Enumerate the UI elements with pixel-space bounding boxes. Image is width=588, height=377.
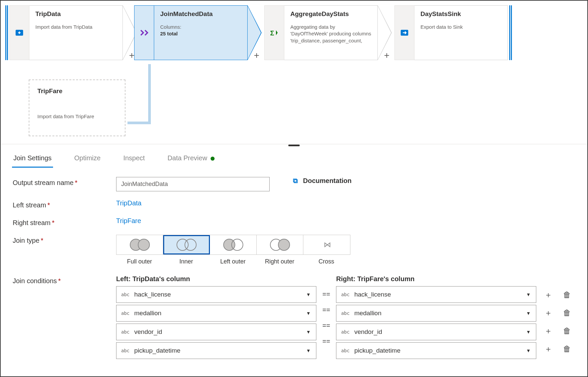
column-name: pickup_datetime xyxy=(134,347,301,354)
settings-tabs: Join Settings Optimize Inspect Data Prev… xyxy=(1,146,587,168)
left-condition-select[interactable]: abc pickup_datetime ▼ xyxy=(116,342,316,359)
chevron-down-icon[interactable]: ▼ xyxy=(301,292,316,297)
delete-condition-button[interactable]: 🗑 xyxy=(561,290,573,300)
node-joinmatcheddata[interactable]: JoinMatchedData Columns: 25 total + xyxy=(134,5,262,60)
right-stream-value[interactable]: TripFare xyxy=(116,217,141,225)
source-icon xyxy=(9,5,29,60)
left-column-header: Left: TripData's column xyxy=(116,275,316,283)
delete-condition-button[interactable]: 🗑 xyxy=(561,308,573,318)
right-condition-select[interactable]: abc hack_license ▼ xyxy=(336,286,536,303)
equals-operator: == xyxy=(322,306,330,314)
equals-column: ======== xyxy=(322,275,330,345)
right-conditions-column: Right: TripFare's column abc hack_licens… xyxy=(336,275,536,361)
tab-optimize[interactable]: Optimize xyxy=(73,151,102,168)
equals-operator: == xyxy=(322,291,330,298)
node-handle[interactable] xyxy=(5,5,8,60)
documentation-link[interactable]: ⧉ Documentation xyxy=(293,177,352,185)
connector xyxy=(148,64,151,97)
doc-link-label: Documentation xyxy=(303,177,352,185)
tab-label: Data Preview xyxy=(168,154,207,162)
connector xyxy=(148,94,151,124)
join-type-label: Join type* xyxy=(13,235,116,244)
node-handle[interactable] xyxy=(509,5,512,60)
add-step-button[interactable]: + xyxy=(252,50,261,61)
right-stream-label: Right stream* xyxy=(13,217,116,227)
type-badge: abc xyxy=(116,292,134,297)
right-condition-select[interactable]: abc vendor_id ▼ xyxy=(336,324,536,340)
left-stream-value[interactable]: TripData xyxy=(116,199,141,207)
join-type-cross[interactable]: ⋈ xyxy=(303,235,350,254)
join-type-inner[interactable] xyxy=(163,235,210,254)
node-tripfare[interactable]: TripFare Import data from TripFare xyxy=(29,79,125,136)
equals-operator: == xyxy=(322,338,330,345)
cross-icon: ⋈ xyxy=(324,240,330,249)
join-type-full-outer[interactable] xyxy=(116,235,163,254)
column-name: pickup_datetime xyxy=(354,347,521,354)
external-link-icon: ⧉ xyxy=(293,177,298,185)
column-name: vendor_id xyxy=(354,328,521,336)
type-badge: abc xyxy=(336,329,354,335)
output-stream-input[interactable] xyxy=(116,177,270,191)
type-badge: abc xyxy=(116,329,134,335)
join-type-label-right: Right outer xyxy=(256,258,303,265)
node-title: TripData xyxy=(35,10,116,18)
tab-join-settings[interactable]: Join Settings xyxy=(12,151,53,168)
aggregate-icon: Σ xyxy=(264,5,284,60)
join-conditions-label: Join conditions* xyxy=(13,275,116,285)
node-tripdata[interactable]: TripData Import data from TripData + xyxy=(5,5,137,60)
add-step-button[interactable]: + xyxy=(382,50,391,61)
join-type-label-full: Full outer xyxy=(116,258,163,265)
column-name: vendor_id xyxy=(134,328,301,336)
chevron-down-icon[interactable]: ▼ xyxy=(521,292,536,297)
add-condition-button[interactable]: ＋ xyxy=(542,325,554,337)
node-subtitle: Import data from TripData xyxy=(35,24,116,30)
svg-text:Σ: Σ xyxy=(270,29,274,37)
add-condition-button[interactable]: ＋ xyxy=(542,289,554,301)
node-daystatssink[interactable]: DayStatsSink Export data to Sink xyxy=(394,5,512,60)
node-subtitle: Aggregating data by 'DayOfTheWeek' produ… xyxy=(290,24,371,44)
chevron-down-icon[interactable]: ▼ xyxy=(301,311,316,316)
column-name: hack_license xyxy=(134,291,301,298)
left-condition-select[interactable]: abc vendor_id ▼ xyxy=(116,324,316,340)
type-badge: abc xyxy=(116,311,134,316)
right-condition-select[interactable]: abc pickup_datetime ▼ xyxy=(336,342,536,359)
type-badge: abc xyxy=(336,348,354,353)
right-condition-select[interactable]: abc medallion ▼ xyxy=(336,305,536,322)
column-name: medallion xyxy=(354,310,521,317)
connector xyxy=(127,122,151,124)
join-type-label-left: Left outer xyxy=(210,258,256,265)
add-step-button[interactable]: + xyxy=(127,50,136,61)
node-title: JoinMatchedData xyxy=(160,10,241,18)
delete-condition-button[interactable]: 🗑 xyxy=(561,344,573,354)
left-condition-select[interactable]: abc hack_license ▼ xyxy=(116,286,316,303)
join-type-left-outer[interactable] xyxy=(210,235,257,254)
delete-condition-button[interactable]: 🗑 xyxy=(561,326,573,336)
tab-inspect[interactable]: Inspect xyxy=(122,151,146,168)
sink-icon xyxy=(394,5,414,60)
type-badge: abc xyxy=(116,348,134,353)
output-stream-label: Output stream name* xyxy=(13,177,116,187)
chevron-down-icon[interactable]: ▼ xyxy=(521,329,536,335)
columns-value: 25 total xyxy=(160,30,241,37)
chevron-down-icon[interactable]: ▼ xyxy=(301,329,316,335)
join-type-label-inner: Inner xyxy=(163,258,210,265)
dataflow-canvas[interactable]: TripData Import data from TripData + Joi… xyxy=(1,1,587,144)
right-column-header: Right: TripFare's column xyxy=(336,275,536,283)
node-subtitle: Import data from TripFare xyxy=(37,114,117,119)
tab-data-preview[interactable]: Data Preview xyxy=(166,151,216,168)
node-title: AggregateDayStats xyxy=(290,10,371,18)
add-condition-button[interactable]: ＋ xyxy=(542,307,554,319)
join-type-right-outer[interactable] xyxy=(257,235,303,254)
add-condition-button[interactable]: ＋ xyxy=(542,343,554,355)
join-icon xyxy=(134,5,154,60)
preview-status-dot xyxy=(211,157,215,161)
condition-actions: ＋ 🗑 ＋ 🗑 ＋ 🗑 ＋ 🗑 xyxy=(542,275,573,355)
left-condition-select[interactable]: abc medallion ▼ xyxy=(116,305,316,322)
equals-operator: == xyxy=(322,322,330,330)
chevron-down-icon[interactable]: ▼ xyxy=(301,348,316,353)
node-aggregatedaystats[interactable]: Σ AggregateDayStats Aggregating data by … xyxy=(264,5,392,60)
chevron-down-icon[interactable]: ▼ xyxy=(521,348,536,353)
column-name: medallion xyxy=(134,310,301,317)
left-conditions-column: Left: TripData's column abc hack_license… xyxy=(116,275,316,361)
chevron-down-icon[interactable]: ▼ xyxy=(521,311,536,316)
